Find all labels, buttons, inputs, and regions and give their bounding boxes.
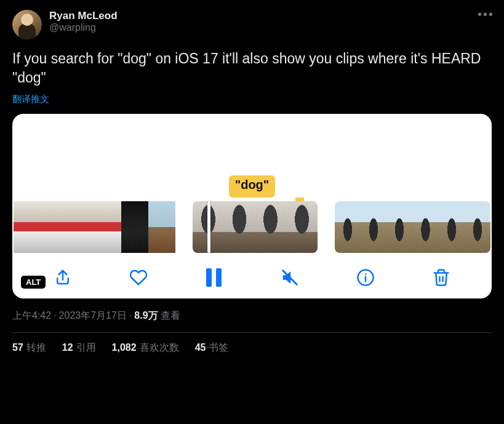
video-frame (14, 201, 41, 253)
tweet-text: If you search for "dog" on iOS 17 it'll … (12, 49, 492, 87)
display-name: Ryan McLeod (49, 10, 492, 22)
video-frame (335, 201, 361, 253)
tweet-stats: 57转推 12引用 1,082喜欢次数 45书签 (12, 342, 492, 354)
heart-icon[interactable] (127, 266, 150, 289)
clip-group-active[interactable] (193, 201, 318, 253)
svg-point-3 (365, 273, 367, 275)
pause-icon[interactable] (203, 266, 225, 289)
more-button[interactable]: ••• (478, 7, 494, 22)
video-frame (286, 201, 318, 253)
media-toolbar (12, 263, 492, 291)
video-frame (255, 201, 286, 253)
video-frame (412, 201, 438, 253)
tweet-date[interactable]: 2023年7月17日 (59, 310, 127, 321)
bookmarks-stat[interactable]: 45书签 (195, 342, 229, 354)
clip-group[interactable] (14, 201, 175, 253)
video-frame (148, 201, 175, 253)
video-frame (386, 201, 412, 253)
clip-group[interactable] (335, 201, 490, 253)
user-block[interactable]: Ryan McLeod @warpling (49, 10, 492, 33)
tweet-time[interactable]: 上午4:42 (12, 310, 51, 321)
share-icon[interactable] (52, 266, 74, 289)
playhead[interactable] (207, 201, 210, 253)
tweet-header: Ryan McLeod @warpling ••• (12, 10, 492, 39)
views-count: 8.9万 (134, 310, 158, 321)
video-frame (95, 201, 122, 253)
video-frame (439, 201, 465, 253)
media-card[interactable]: "dog" (12, 114, 492, 298)
video-filmstrip[interactable] (12, 198, 492, 263)
video-frame (68, 201, 95, 253)
translate-link[interactable]: 翻译推文 (12, 94, 49, 105)
retweets-stat[interactable]: 57转推 (12, 342, 46, 354)
info-icon[interactable] (354, 266, 377, 289)
avatar[interactable] (12, 10, 42, 39)
alt-badge[interactable]: ALT (21, 276, 46, 289)
quotes-stat[interactable]: 12引用 (62, 342, 96, 354)
search-result-tag: "dog" (229, 175, 276, 198)
video-frame (361, 201, 386, 253)
views-label: 查看 (161, 310, 180, 321)
video-frame (121, 201, 148, 253)
search-tag-row: "dog" (12, 175, 492, 198)
media-whitespace (12, 114, 492, 175)
video-frame (41, 201, 68, 253)
user-handle: @warpling (49, 22, 492, 33)
trash-icon[interactable] (430, 266, 452, 289)
likes-stat[interactable]: 1,082喜欢次数 (112, 342, 179, 354)
video-frame (224, 201, 255, 253)
speaker-muted-icon[interactable] (279, 266, 301, 289)
divider (12, 332, 492, 333)
tweet-container: Ryan McLeod @warpling ••• If you search … (0, 0, 504, 354)
video-frame (465, 201, 490, 253)
tweet-meta: 上午4:42·2023年7月17日·8.9万 查看 (12, 310, 492, 322)
